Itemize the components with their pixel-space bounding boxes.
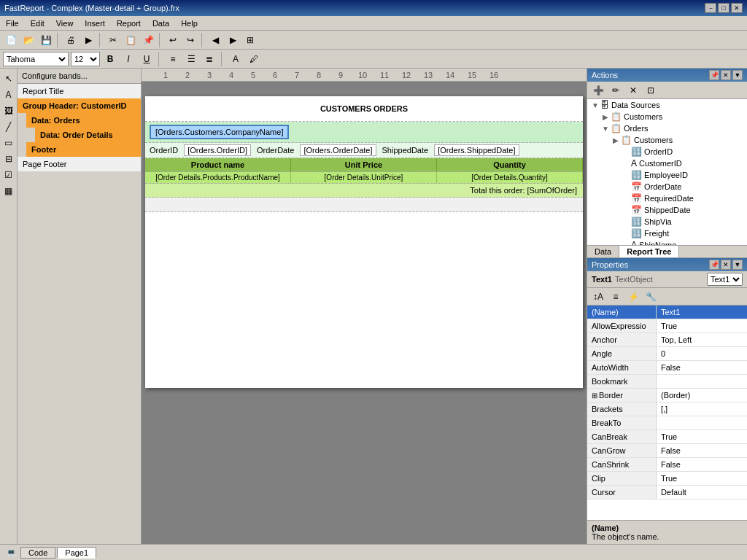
tree-freight[interactable]: 🔢 Freight [618,228,747,239]
prop-brackets-row[interactable]: Brackets [,] [587,402,747,416]
cut-button[interactable]: ✂ [105,32,121,48]
band-report-title[interactable]: Report Title [18,84,141,98]
rect-tool[interactable]: ▭ [1,136,16,150]
highlight-button[interactable]: 🖊 [246,51,262,67]
props-filter[interactable]: ⚡ [625,289,641,305]
action-window-btn[interactable]: ⊡ [643,82,659,98]
align-text-center[interactable]: ☰ [183,51,199,67]
prop-cursor-row[interactable]: Cursor Default [587,486,747,499]
prop-autowidth-row[interactable]: AutoWidth False [587,361,747,375]
menu-edit[interactable]: Edit [25,18,50,29]
action-del-btn[interactable]: ✕ [625,82,641,98]
props-lightning[interactable]: 🔧 [643,289,659,305]
new-button[interactable]: 📄 [3,32,19,48]
configure-bands-btn[interactable]: Configure bands... [18,69,141,84]
font-name-select[interactable]: Tahoma [3,52,69,66]
props-sort-cat[interactable]: ≡ [608,289,624,305]
prop-clip-row[interactable]: Clip True [587,472,747,486]
align-left-button[interactable]: ◀ [207,32,223,48]
line-tool[interactable]: ╱ [1,120,16,134]
check-tool[interactable]: ☑ [1,168,16,182]
order-id-label: OrderID [150,146,178,155]
prop-cangrow-row[interactable]: CanGrow False [587,444,747,458]
text-tool[interactable]: A [1,88,16,102]
props-menu-btn[interactable]: ▼ [732,260,743,270]
italic-button[interactable]: I [120,51,136,67]
band-data-order-details[interactable]: Data: Order Details [35,128,141,142]
action-edit-btn[interactable]: ✏ [608,82,624,98]
expander-customerid [621,158,631,168]
prop-bookmark-row[interactable]: Bookmark [587,375,747,389]
tree-shippeddate[interactable]: 📅 ShippedDate [618,204,747,216]
tree-customers-sub[interactable]: ▶ 📋 Customers [608,134,747,146]
tree-orderdate[interactable]: 📅 OrderDate [618,181,747,192]
prop-breakto-row[interactable]: BreakTo [587,416,747,430]
canvas-area[interactable]: 1 2 3 4 5 6 7 8 9 10 11 12 13 14 15 16 [142,69,587,544]
align-center-button[interactable]: ⊞ [242,32,258,48]
action-add-btn[interactable]: ➕ [590,82,606,98]
menu-report[interactable]: Report [111,18,147,29]
tree-employeeid[interactable]: 🔢 EmployeeID [618,169,747,181]
tab-page1[interactable]: Page1 [57,547,96,559]
actions-menu-btn[interactable]: ▼ [732,70,743,80]
tree-customerid[interactable]: A CustomerID [618,158,747,169]
code-icon[interactable]: 💻 [3,545,19,561]
font-color-button[interactable]: A [228,51,244,67]
align-text-left[interactable]: ≡ [165,51,181,67]
undo-button[interactable]: ↩ [165,32,181,48]
font-size-select[interactable]: 12 [71,52,100,66]
tree-shipname[interactable]: A ShipName [618,239,747,245]
paste-button[interactable]: 📌 [140,32,156,48]
menu-help[interactable]: Help [175,18,204,29]
menu-insert[interactable]: Insert [79,18,111,29]
prop-allowexpression-row[interactable]: AllowExpressio True [587,319,747,333]
tree-data-sources[interactable]: ▼ 🗄 Data Sources [587,99,747,111]
actions-pin-btn[interactable]: 📌 [709,70,719,80]
menu-view[interactable]: View [50,18,80,29]
band-tool[interactable]: ⊟ [1,152,16,166]
print-button[interactable]: ▶ [80,32,96,48]
actions-close-btn[interactable]: ✕ [721,70,731,80]
arrow-tool[interactable]: ↖ [1,71,16,86]
preview-button[interactable]: 🖨 [63,32,79,48]
prop-canbreak-row[interactable]: CanBreak True [587,430,747,444]
copy-button[interactable]: 📋 [123,32,139,48]
props-close-btn[interactable]: ✕ [721,260,731,270]
group-header-band[interactable]: [Orders.Customers.CompanyName] [145,122,583,143]
bold-button[interactable]: B [102,51,118,67]
align-text-right[interactable]: ≣ [201,51,217,67]
band-footer[interactable]: Footer [26,142,141,157]
prop-anchor-row[interactable]: Anchor Top, Left [587,333,747,347]
props-pin-btn[interactable]: 📌 [709,260,719,270]
menu-file[interactable]: File [0,18,25,29]
tree-customers-top[interactable]: ▶ 📋 Customers [597,111,747,122]
tree-orderid[interactable]: 🔢 OrderID [618,146,747,158]
minimize-button[interactable]: － [705,3,716,13]
maximize-button[interactable]: □ [718,3,729,13]
band-data-orders[interactable]: Data: Orders [26,113,141,128]
close-button[interactable]: ✕ [731,3,743,13]
barcode-tool[interactable]: ▦ [1,184,16,198]
menu-data[interactable]: Data [147,18,175,29]
prop-name-row[interactable]: (Name) Text1 [587,306,747,319]
props-sort-az[interactable]: ↕A [590,289,606,305]
expander-employeeid [621,170,631,180]
prop-canshrink-row[interactable]: CanShrink False [587,458,747,472]
prop-angle-row[interactable]: Angle 0 [587,347,747,361]
tree-shipvia[interactable]: 🔢 ShipVia [618,216,747,228]
redo-button[interactable]: ↪ [182,32,198,48]
align-right-button[interactable]: ▶ [225,32,241,48]
save-button[interactable]: 💾 [38,32,54,48]
picture-tool[interactable]: 🖼 [1,104,16,118]
band-group-header[interactable]: Group Header: CustomerID [18,98,141,113]
tab-data[interactable]: Data [587,246,619,257]
prop-border-row[interactable]: ⊞ Border (Border) [587,389,747,402]
open-button[interactable]: 📂 [20,32,36,48]
underline-button[interactable]: U [139,51,155,67]
tab-code[interactable]: Code [20,547,55,559]
object-dropdown[interactable]: Text1 [707,273,743,286]
band-page-footer[interactable]: Page Footer [18,157,141,171]
tree-orders[interactable]: ▼ 📋 Orders [597,122,747,134]
tree-requireddate[interactable]: 📅 RequiredDate [618,192,747,204]
tab-report-tree[interactable]: Report Tree [619,246,679,257]
